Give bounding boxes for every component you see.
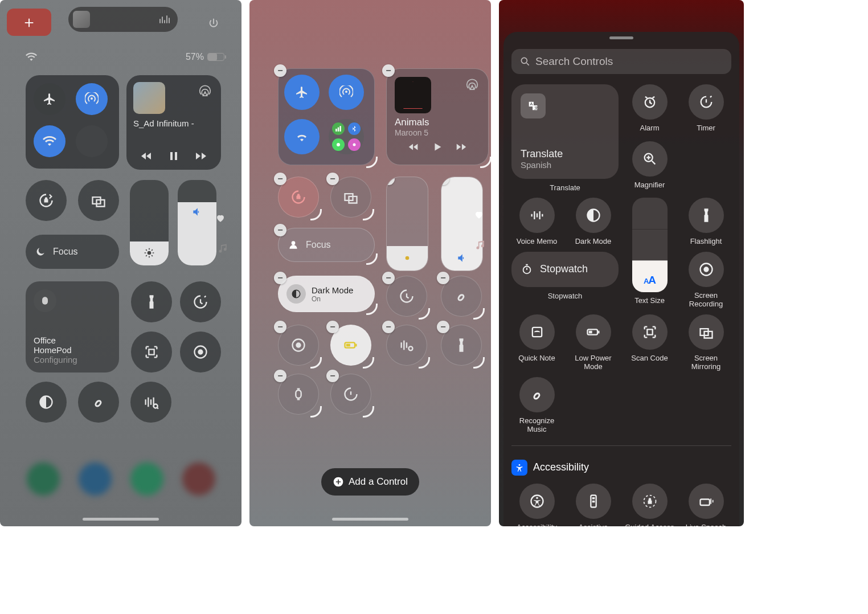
- remove-icon[interactable]: −: [274, 224, 286, 236]
- home-indicator[interactable]: [332, 518, 408, 521]
- forward-icon[interactable]: [194, 149, 208, 163]
- remove-icon[interactable]: −: [382, 272, 395, 284]
- flashlight-edit[interactable]: −: [441, 325, 482, 366]
- add-button[interactable]: ＋: [7, 9, 51, 36]
- remove-icon[interactable]: −: [274, 64, 286, 77]
- orientation-lock-toggle[interactable]: [26, 180, 67, 221]
- assistive-access-control[interactable]: Assistive Access: [568, 484, 619, 526]
- wifi-toggle[interactable]: [34, 125, 65, 157]
- remove-icon[interactable]: −: [437, 321, 449, 333]
- play-icon[interactable]: [431, 141, 444, 153]
- sound-recognition-button[interactable]: [130, 382, 171, 423]
- resize-handle-icon[interactable]: [419, 308, 430, 320]
- screen-mirroring-control[interactable]: Screen Mirroring: [681, 314, 731, 371]
- accessibility-shortcuts-control[interactable]: Accessibility Shortcuts: [511, 484, 562, 526]
- rewind-icon[interactable]: [407, 141, 420, 153]
- focus-button[interactable]: Focus: [26, 235, 119, 269]
- guided-access-control[interactable]: Guided Access: [624, 484, 675, 526]
- resize-handle-icon[interactable]: [366, 304, 378, 315]
- dark-mode-control[interactable]: Dark Mode: [568, 198, 619, 246]
- airplane-mode-toggle[interactable]: [34, 83, 65, 115]
- remove-icon[interactable]: −: [274, 272, 286, 284]
- stopwatch-tile[interactable]: Stopwatch: [511, 252, 619, 287]
- add-control-button[interactable]: Add a Control: [321, 468, 419, 496]
- resize-handle-icon[interactable]: [310, 357, 322, 369]
- alarm-control[interactable]: Alarm: [624, 84, 675, 133]
- resize-handle-icon[interactable]: [419, 357, 430, 369]
- remove-icon[interactable]: −: [274, 173, 286, 185]
- more-connectivity-icon[interactable]: [329, 119, 364, 154]
- resize-handle-icon[interactable]: [473, 357, 485, 369]
- remove-icon[interactable]: −: [326, 370, 339, 382]
- apple-watch-edit[interactable]: −: [278, 374, 319, 415]
- airplane-mode-toggle[interactable]: [284, 75, 320, 110]
- timer-button[interactable]: [180, 281, 221, 322]
- dark-mode-toggle[interactable]: [26, 382, 67, 423]
- resize-handle-icon[interactable]: [363, 357, 374, 369]
- volume-slider[interactable]: [178, 180, 216, 265]
- stopwatch-edit[interactable]: −: [330, 374, 371, 415]
- homepod-tile[interactable]: Office HomePod Configuring: [26, 281, 119, 373]
- qr-scan-button[interactable]: [131, 331, 172, 373]
- resize-handle-icon[interactable]: [473, 308, 485, 320]
- quick-note-control[interactable]: Quick Note: [511, 314, 562, 363]
- favorite-icon[interactable]: [215, 213, 226, 223]
- resize-handle-icon[interactable]: [363, 209, 374, 220]
- low-power-edit[interactable]: −: [330, 325, 371, 366]
- airdrop-toggle[interactable]: [76, 83, 108, 115]
- remove-icon[interactable]: −: [386, 177, 395, 185]
- dynamic-island[interactable]: [68, 7, 178, 32]
- remove-icon[interactable]: −: [437, 272, 449, 284]
- focus-button-edit[interactable]: − Focus: [278, 228, 375, 262]
- remove-icon[interactable]: −: [326, 321, 339, 333]
- brightness-slider-edit[interactable]: −: [386, 177, 428, 271]
- airplay-icon[interactable]: [197, 83, 213, 99]
- low-power-control[interactable]: Low Power Mode: [568, 314, 619, 371]
- screen-mirroring-edit[interactable]: −: [330, 177, 371, 218]
- flashlight-control[interactable]: Flashlight: [681, 198, 731, 246]
- resize-handle-icon[interactable]: [310, 209, 322, 220]
- resize-handle-icon[interactable]: [366, 253, 378, 265]
- sheet-grabber[interactable]: [609, 36, 633, 39]
- now-playing-tile-editable[interactable]: − Animals Maroon 5: [386, 68, 489, 165]
- sound-recognition-edit[interactable]: −: [386, 325, 427, 366]
- airdrop-toggle[interactable]: [329, 75, 364, 110]
- home-indicator[interactable]: [83, 518, 159, 521]
- cellular-bluetooth-group[interactable]: [76, 125, 108, 157]
- search-input[interactable]: Search Controls: [511, 49, 731, 74]
- volume-slider-edit[interactable]: −: [441, 177, 483, 271]
- timer-control[interactable]: Timer: [681, 84, 731, 133]
- rewind-icon[interactable]: [140, 149, 153, 163]
- pause-icon[interactable]: [167, 149, 181, 163]
- flashlight-button[interactable]: [131, 281, 172, 322]
- remove-icon[interactable]: −: [274, 370, 286, 382]
- resize-handle-icon[interactable]: [480, 157, 491, 168]
- live-speech-control[interactable]: Live Speech: [681, 484, 731, 526]
- remove-icon[interactable]: −: [274, 321, 286, 333]
- recognize-music-control[interactable]: Recognize Music: [511, 377, 562, 434]
- screen-record-edit[interactable]: −: [278, 325, 319, 366]
- scan-code-control[interactable]: Scan Code: [624, 314, 675, 363]
- wifi-toggle[interactable]: [284, 119, 320, 154]
- screen-record-button[interactable]: [180, 331, 221, 373]
- shazam-edit[interactable]: −: [441, 276, 482, 317]
- shazam-button[interactable]: [78, 382, 119, 423]
- magnifier-control[interactable]: Magnifier: [624, 141, 675, 190]
- airplay-icon[interactable]: [464, 77, 480, 93]
- dark-mode-tile-edit[interactable]: − Dark ModeOn: [278, 276, 375, 312]
- screen-mirroring-button[interactable]: [78, 180, 119, 221]
- remove-icon[interactable]: −: [382, 64, 395, 77]
- forward-icon[interactable]: [455, 141, 468, 153]
- timer-edit[interactable]: −: [386, 276, 427, 317]
- resize-handle-icon[interactable]: [366, 157, 378, 168]
- favorite-icon[interactable]: [474, 210, 484, 220]
- voice-memo-control[interactable]: Voice Memo: [511, 198, 562, 246]
- orientation-lock-toggle-edit[interactable]: −: [278, 177, 319, 218]
- resize-handle-icon[interactable]: [310, 406, 322, 417]
- resize-handle-icon[interactable]: [363, 406, 374, 417]
- remove-icon[interactable]: −: [382, 321, 395, 333]
- remove-icon[interactable]: −: [326, 173, 339, 185]
- screen-recording-control[interactable]: Screen Recording: [681, 252, 731, 309]
- now-playing-tile[interactable]: S_Ad Infinitum -: [126, 75, 221, 170]
- power-icon[interactable]: [207, 17, 220, 30]
